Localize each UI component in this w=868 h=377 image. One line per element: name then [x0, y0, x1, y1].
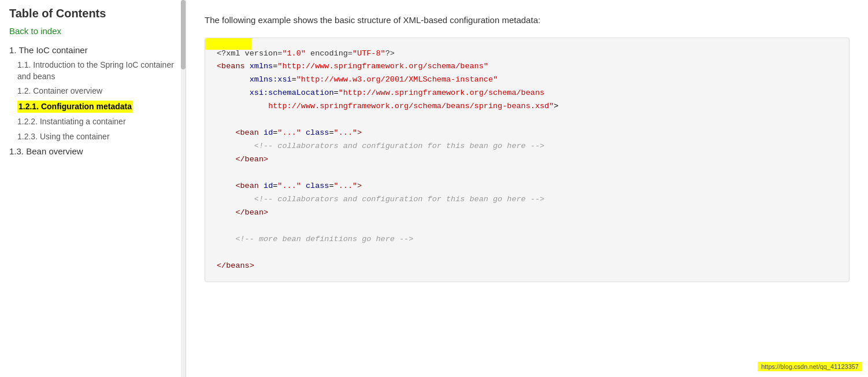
sidebar-item-1-2-3[interactable]: 1.2.3. Using the container — [17, 131, 176, 143]
code-line-14 — [217, 220, 837, 233]
code-line-6 — [217, 113, 837, 127]
intro-text: The following example shows the basic st… — [205, 14, 850, 27]
sidebar-scrollbar[interactable] — [181, 0, 186, 377]
code-line-16 — [217, 246, 837, 260]
code-line-11: <bean id="..." class="..."> — [217, 180, 837, 193]
watermark: https://blog.csdn.net/qq_41123357 — [758, 362, 862, 371]
code-line-8: <!-- collaborators and configuration for… — [217, 140, 837, 153]
sidebar-item-1-1[interactable]: 1.1. Introduction to the Spring IoC cont… — [17, 60, 176, 82]
code-line-10 — [217, 167, 837, 180]
sidebar-item-1-3[interactable]: 1.3. Bean overview — [9, 146, 176, 156]
code-line-4: xsi:schemaLocation="http://www.springfra… — [217, 87, 837, 100]
sidebar-item-active-label: 1.2.1. Configuration metadata — [17, 101, 133, 113]
code-block: <?xml version="1.0" encoding="UTF-8"?> <… — [205, 38, 850, 283]
code-line-1: <?xml version="1.0" encoding="UTF-8"?> — [217, 47, 837, 61]
sidebar: Table of Contents Back to index 1. The I… — [0, 0, 186, 377]
code-line-15: <!-- more bean definitions go here --> — [217, 233, 837, 246]
code-line-13: </bean> — [217, 206, 837, 220]
code-line-17: </beans> — [217, 260, 837, 273]
code-line-7: <bean id="..." class="..."> — [217, 127, 837, 140]
back-to-index-link[interactable]: Back to index — [9, 26, 176, 36]
sidebar-item-1-2-1[interactable]: 1.2.1. Configuration metadata — [17, 101, 176, 113]
sidebar-title: Table of Contents — [9, 7, 176, 20]
code-line-5: http://www.springframework.org/schema/be… — [217, 100, 837, 113]
code-line-2: <beans xmlns="http://www.springframework… — [217, 60, 837, 73]
main-content: The following example shows the basic st… — [186, 0, 868, 377]
code-line-12: <!-- collaborators and configuration for… — [217, 193, 837, 206]
sidebar-item-1-2-2[interactable]: 1.2.2. Instantiating a container — [17, 116, 176, 128]
sidebar-scrollbar-thumb[interactable] — [181, 0, 186, 69]
code-highlight-bar — [205, 38, 251, 50]
code-line-9: </bean> — [217, 153, 837, 167]
code-line-3: xmlns:xsi="http://www.w3.org/2001/XMLSch… — [217, 73, 837, 87]
sidebar-item-1[interactable]: 1. The IoC container — [9, 45, 176, 55]
sidebar-item-1-2[interactable]: 1.2. Container overview — [17, 86, 176, 97]
